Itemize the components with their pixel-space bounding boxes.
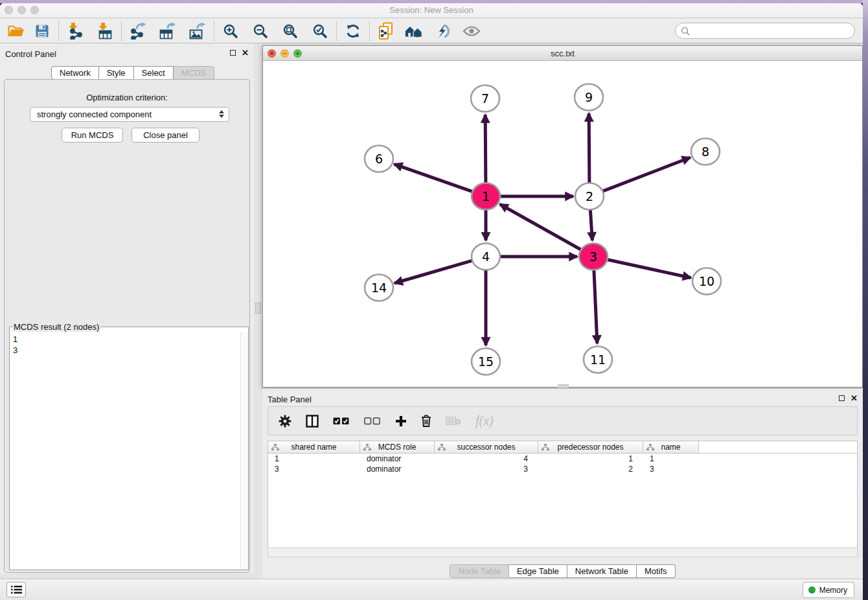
zoom-selected-button[interactable] — [310, 21, 330, 41]
graph-edge-3-11[interactable] — [594, 269, 597, 343]
zoom-out-button[interactable] — [251, 21, 270, 41]
graph-node-11[interactable]: 11 — [584, 347, 612, 373]
graph-node-3[interactable]: 3 — [579, 244, 608, 270]
show-hide-button[interactable] — [462, 21, 481, 41]
refresh-button[interactable] — [343, 21, 363, 41]
mcds-result-text[interactable]: 1 3 — [10, 332, 240, 570]
graph-edge-1-7[interactable] — [485, 115, 486, 184]
save-session-button[interactable] — [32, 21, 52, 41]
svg-text:2: 2 — [586, 189, 593, 203]
import-network-button[interactable] — [65, 21, 85, 41]
column-type-icon — [646, 444, 654, 451]
tab-select[interactable]: Select — [134, 66, 174, 80]
graph-node-1[interactable]: 1 — [472, 183, 500, 210]
first-neighbors-button[interactable] — [405, 21, 424, 41]
graph-edge-3-10[interactable] — [606, 259, 691, 278]
table-tab-node-table[interactable]: Node Table — [450, 564, 509, 578]
export-network-button[interactable] — [128, 21, 148, 41]
table-tab-motifs[interactable]: Motifs — [637, 564, 676, 578]
column-header-shared-name[interactable]: shared name — [268, 441, 360, 453]
float-panel-icon[interactable] — [230, 50, 236, 56]
right-area: × − + scc.txt 7968124314101511 Table Pan… — [262, 43, 863, 582]
optimization-criterion-label: Optimization criterion: — [5, 93, 249, 102]
workspace: Control Panel ✕ NetworkStyleSelectMCDS O… — [0, 43, 863, 582]
export-image-button[interactable] — [188, 21, 207, 41]
graph-edge-2-3[interactable] — [590, 209, 592, 240]
close-panel-icon[interactable]: ✕ — [242, 49, 249, 56]
graph-node-15[interactable]: 15 — [472, 349, 500, 375]
svg-text:3: 3 — [589, 249, 597, 264]
add-column-button[interactable] — [395, 415, 407, 427]
new-network-from-selection-button[interactable] — [376, 21, 396, 41]
column-header-MCDS-role[interactable]: MCDS role — [360, 441, 435, 453]
network-window-titlebar: × − + scc.txt — [263, 46, 862, 61]
memory-button[interactable]: Memory — [803, 582, 854, 598]
table-row[interactable]: 3dominator323 — [268, 464, 857, 474]
horizontal-splitter-handle[interactable] — [558, 384, 569, 388]
graph-node-7[interactable]: 7 — [471, 86, 499, 112]
graph-node-10[interactable]: 10 — [692, 268, 721, 295]
run-mcds-button[interactable]: Run MCDS — [62, 128, 123, 143]
table-horizontal-scrollbar[interactable] — [268, 548, 858, 557]
graph-edge-2-8[interactable] — [601, 157, 691, 192]
graph-node-14[interactable]: 14 — [365, 275, 393, 301]
graph-edge-2-9[interactable] — [589, 113, 589, 184]
column-settings-button[interactable] — [279, 415, 291, 428]
import-table-icon — [97, 23, 113, 40]
table-cell: 1 — [643, 454, 699, 464]
graph-node-4[interactable]: 4 — [472, 244, 500, 270]
column-type-icon — [271, 444, 279, 451]
trash-icon — [421, 415, 431, 427]
graph-edge-4-14[interactable] — [394, 260, 474, 283]
mcds-result-box: MCDS result (2 nodes) 1 3 — [9, 322, 249, 570]
control-panel-title: Control Panel — [5, 49, 56, 59]
tab-mcds[interactable]: MCDS — [174, 66, 214, 80]
close-panel-button[interactable]: Close panel — [131, 128, 200, 143]
vertical-splitter-handle[interactable] — [255, 303, 261, 314]
zoom-out-icon — [253, 23, 268, 39]
table-row[interactable]: 1dominator411 — [268, 454, 857, 464]
graph-node-6[interactable]: 6 — [365, 146, 393, 172]
graph-node-2[interactable]: 2 — [575, 183, 604, 210]
export-table-button[interactable] — [158, 21, 177, 41]
column-header-name[interactable]: name — [643, 441, 699, 453]
result-scrollbar[interactable] — [240, 332, 248, 570]
tab-network[interactable]: Network — [51, 66, 99, 80]
delete-column-button[interactable] — [421, 415, 431, 427]
table-panel: Table Panel ✕ — [262, 389, 863, 579]
column-header-predecessor-nodes[interactable]: predecessor nodes — [538, 441, 643, 453]
new-network-from-selection-icon — [378, 22, 394, 40]
zoom-fit-button[interactable] — [280, 21, 300, 41]
graph-edge-1-6[interactable] — [394, 164, 474, 192]
tab-style[interactable]: Style — [99, 66, 134, 80]
task-history-button[interactable] — [6, 582, 26, 597]
open-session-button[interactable] — [6, 21, 26, 41]
float-table-panel-icon[interactable] — [839, 395, 845, 401]
deselect-all-button[interactable] — [364, 417, 381, 425]
table-tab-edge-table[interactable]: Edge Table — [509, 564, 567, 578]
network-view-window: × − + scc.txt 7968124314101511 — [262, 45, 863, 387]
graph-node-8[interactable]: 8 — [691, 139, 720, 165]
import-table-button[interactable] — [95, 21, 115, 41]
search-input[interactable] — [690, 25, 854, 38]
houses-icon — [405, 24, 424, 38]
graph-node-9[interactable]: 9 — [575, 84, 603, 111]
close-table-panel-icon[interactable]: ✕ — [851, 395, 858, 402]
network-canvas[interactable]: 7968124314101511 — [263, 61, 862, 387]
graph-edge-3-1[interactable] — [500, 204, 583, 250]
svg-text:14: 14 — [371, 281, 387, 295]
table-tab-network-table[interactable]: Network Table — [567, 564, 637, 578]
show-columns-button[interactable] — [306, 415, 319, 428]
import-network-icon — [67, 23, 84, 40]
select-all-button[interactable] — [333, 417, 350, 425]
criterion-dropdown-value: strongly connected component — [37, 110, 152, 119]
criterion-dropdown[interactable]: strongly connected component — [30, 107, 229, 122]
toolbar-separator — [121, 21, 122, 41]
deselect-all-icon — [364, 417, 381, 425]
svg-text:6: 6 — [375, 152, 383, 166]
zoom-in-button[interactable] — [221, 21, 240, 41]
apply-layout-button[interactable] — [433, 21, 453, 41]
column-header-successor-nodes[interactable]: successor nodes — [435, 441, 538, 453]
svg-text:8: 8 — [702, 144, 709, 159]
svg-text:4: 4 — [482, 249, 490, 264]
